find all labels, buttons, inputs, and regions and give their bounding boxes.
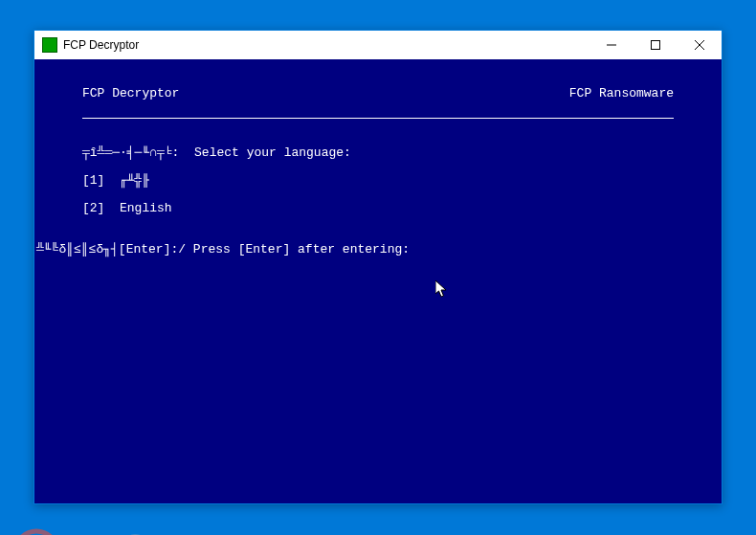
- magnifier-icon: [10, 525, 77, 535]
- svg-rect-1: [652, 41, 660, 50]
- header-right-text: FCP Ransomware: [569, 86, 674, 100]
- maximize-button[interactable]: [634, 31, 678, 59]
- console-content[interactable]: FCP Decryptor FCP Ransomware ╤î╩═─·╡─╙∩╤…: [34, 59, 722, 503]
- svg-point-4: [15, 531, 57, 535]
- option-1: [1] ╓╨╬╟: [34, 160, 722, 188]
- application-window: FCP Decryptor FCP Decryptor FCP Ransomwa…: [33, 30, 723, 504]
- enter-prompt: ╩╙╚δ║≤║≤δ╖┤[Enter]:/ Press [Enter] after…: [34, 215, 722, 256]
- titlebar[interactable]: FCP Decryptor: [34, 31, 722, 59]
- close-button[interactable]: [678, 31, 722, 59]
- app-icon: [42, 37, 57, 53]
- minimize-icon: [607, 40, 616, 50]
- language-prompt: ╤î╩═─·╡─╙∩╤╘: Select your language:: [34, 119, 722, 160]
- window-title: FCP Decryptor: [63, 38, 589, 52]
- maximize-icon: [651, 40, 660, 50]
- watermark-text: PCrisk: [72, 521, 209, 535]
- header-row: FCP Decryptor FCP Ransomware: [34, 59, 722, 100]
- minimize-button[interactable]: [589, 31, 634, 59]
- close-icon: [695, 40, 704, 50]
- option-2: [2] English: [34, 188, 722, 215]
- header-left-text: FCP Decryptor: [82, 86, 179, 100]
- window-controls: [589, 31, 722, 59]
